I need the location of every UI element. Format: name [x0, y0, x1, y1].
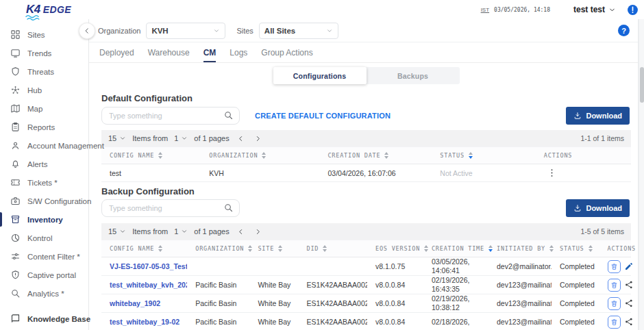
chevron-left-icon — [83, 27, 91, 35]
sidebar-item[interactable]: Analytics * — [0, 284, 88, 303]
config-backup-toggle: Configurations Backups — [273, 67, 460, 84]
book-icon — [10, 314, 21, 324]
of-pages-label: of 1 pages — [194, 134, 229, 142]
tab[interactable]: Deployed — [92, 42, 141, 62]
filter-icon — [10, 251, 21, 262]
page-size-select[interactable]: 15 — [108, 227, 126, 236]
sidebar-item[interactable]: Kontrol — [0, 229, 88, 247]
notification-badge-icon[interactable] — [627, 4, 639, 16]
sidebar-item[interactable]: Captive portal — [0, 266, 88, 284]
default-pagination: 15 Items from 1 of 1 pages 1-1 of 1 item… — [101, 130, 631, 147]
edit-icon[interactable] — [623, 260, 635, 272]
delete-icon[interactable] — [608, 297, 621, 310]
sidebar-item[interactable]: Map — [0, 99, 88, 118]
actions-cell — [599, 260, 631, 273]
sidebar-item[interactable]: Alerts — [0, 155, 88, 173]
actions-cell — [599, 297, 631, 310]
tab[interactable]: CM — [197, 42, 223, 62]
sidebar-item[interactable]: Reports — [0, 118, 88, 136]
config-name-cell: test — [101, 169, 201, 177]
tab[interactable]: Logs — [223, 42, 254, 62]
sidebar-item[interactable]: Threats — [0, 62, 88, 81]
column-header[interactable]: CONFIG NAME — [101, 152, 201, 159]
sidebar-item[interactable]: Tickets * — [0, 173, 88, 192]
column-header[interactable]: STATUS — [432, 152, 536, 159]
column-header[interactable]: STATUS — [552, 245, 599, 252]
sidebar-item[interactable]: S/W Configuration — [0, 192, 88, 210]
column-header[interactable]: ORGANIZATION — [187, 245, 249, 252]
chevron-right-icon — [254, 228, 262, 236]
sites-select[interactable]: All Sites — [259, 23, 338, 39]
organization-cell: Pacific Basin — [187, 299, 249, 307]
delete-icon[interactable] — [608, 316, 621, 329]
page-number-select[interactable]: 1 — [174, 134, 188, 142]
timezone-label[interactable]: IST — [481, 7, 489, 13]
tab-configurations[interactable]: Configurations — [273, 67, 367, 84]
items-range-label: 1-1 of 1 items — [580, 134, 624, 142]
delete-icon[interactable] — [608, 279, 621, 292]
config-name-link[interactable]: whitebay_1902 — [101, 299, 187, 307]
scrollbar-thumb[interactable] — [640, 67, 644, 103]
column-header[interactable]: INITIATED BY — [488, 245, 552, 252]
sidebar-item[interactable]: Sites — [0, 25, 88, 44]
kebab-menu-icon[interactable] — [547, 168, 557, 178]
column-header[interactable]: CREATION TIME — [423, 245, 488, 252]
backup-toolbar: Download — [101, 199, 631, 217]
backup-search-input[interactable] — [101, 199, 240, 217]
sidebar-item[interactable]: Content Filter * — [0, 247, 88, 266]
column-header[interactable]: CONFIG NAME — [101, 245, 187, 252]
sidebar-item-label: Analytics * — [27, 290, 64, 298]
help-icon[interactable]: ? — [618, 25, 630, 36]
user-menu[interactable]: test test — [569, 4, 620, 15]
scrollbar[interactable] — [639, 19, 644, 330]
sidebar-item-label: Captive portal — [27, 271, 76, 279]
share-icon[interactable] — [623, 279, 635, 291]
next-page-button[interactable] — [253, 132, 264, 144]
page-number-select[interactable]: 1 — [174, 227, 188, 236]
config-name-link[interactable]: VJ-ES-1607-05-03_Test — [101, 262, 187, 270]
previous-page-button[interactable] — [236, 225, 247, 238]
column-header[interactable]: SITE — [249, 245, 298, 252]
column-header[interactable]: CREATION DATE — [319, 152, 432, 159]
default-configuration-table: CONFIG NAME ORGANIZATION CREATION DATE — [101, 147, 631, 182]
page-size-select[interactable]: 15 — [108, 134, 126, 142]
sites-label: Sites — [236, 27, 253, 35]
sidebar-item[interactable]: Hub — [0, 81, 88, 99]
default-search-input[interactable] — [101, 107, 240, 125]
delete-icon[interactable] — [608, 260, 621, 273]
column-header[interactable]: DID — [299, 245, 367, 252]
sidebar-item-label: Sites — [27, 31, 45, 39]
default-configuration-title: Default Configuration — [101, 93, 631, 103]
share-icon[interactable] — [623, 316, 635, 328]
sidebar-item[interactable]: Inventory — [0, 210, 88, 229]
share-icon[interactable] — [623, 297, 635, 309]
sidebar-item[interactable]: Account Management — [0, 136, 88, 155]
organization-select[interactable]: KVH — [146, 23, 225, 39]
initiated-by-cell: dev123@mailinat... — [488, 299, 552, 307]
column-header[interactable]: ORGANIZATION — [201, 152, 319, 159]
tab[interactable]: Group Actions — [254, 42, 319, 62]
backup-configuration-title: Backup Configuration — [101, 186, 631, 196]
sort-icon — [158, 152, 162, 159]
sidebar-collapse-button[interactable] — [79, 23, 95, 39]
config-name-link[interactable]: test_whitebay_19-02 — [101, 318, 187, 326]
briefcase-icon — [10, 196, 21, 206]
create-default-configuration-link[interactable]: CREATE DEFAULT CONFIGURATION — [255, 112, 391, 120]
next-page-button[interactable] — [253, 225, 264, 238]
org-site-bar: Organization KVH Sites All Sites ? — [89, 19, 638, 42]
default-download-button[interactable]: Download — [566, 107, 630, 125]
config-name-link[interactable]: test_whitebay_kvh_2026 — [101, 281, 187, 289]
column-header[interactable]: ACTIONS — [536, 152, 631, 159]
chevron-down-icon — [608, 6, 616, 14]
backup-download-button[interactable]: Download — [566, 199, 630, 217]
column-header[interactable]: ACTIONS — [599, 245, 631, 252]
logo-wave-icon — [25, 15, 43, 21]
previous-page-button[interactable] — [236, 132, 247, 144]
sidebar-item[interactable]: Trends — [0, 44, 88, 62]
tab[interactable]: Warehouse — [141, 42, 197, 62]
sidebar-item[interactable]: Knowledge Base — [0, 309, 88, 328]
tab-backups[interactable]: Backups — [367, 67, 460, 84]
cm-content: Configurations Backups Default Configura… — [89, 63, 638, 329]
column-header[interactable]: EOS VERSION — [367, 245, 423, 252]
search-icon — [223, 203, 234, 213]
